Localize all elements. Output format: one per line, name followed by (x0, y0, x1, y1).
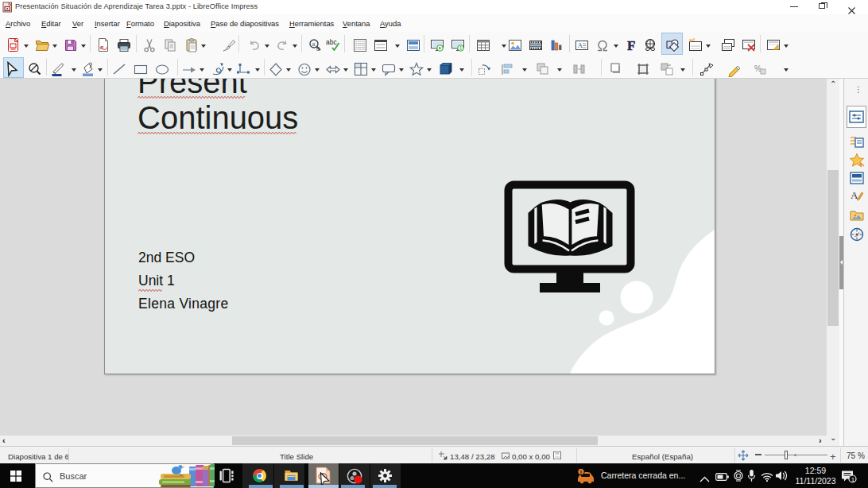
svg-text:!: ! (580, 470, 582, 475)
svg-text:a: a (312, 41, 316, 47)
svg-text:1: 1 (851, 476, 855, 483)
svg-text:F: F (627, 38, 635, 53)
svg-text:A: A (578, 41, 583, 49)
svg-text:e: e (100, 44, 103, 51)
svg-text:1: 1 (459, 45, 463, 51)
svg-text:abc: abc (326, 38, 337, 46)
svg-text:d: d (316, 46, 320, 52)
